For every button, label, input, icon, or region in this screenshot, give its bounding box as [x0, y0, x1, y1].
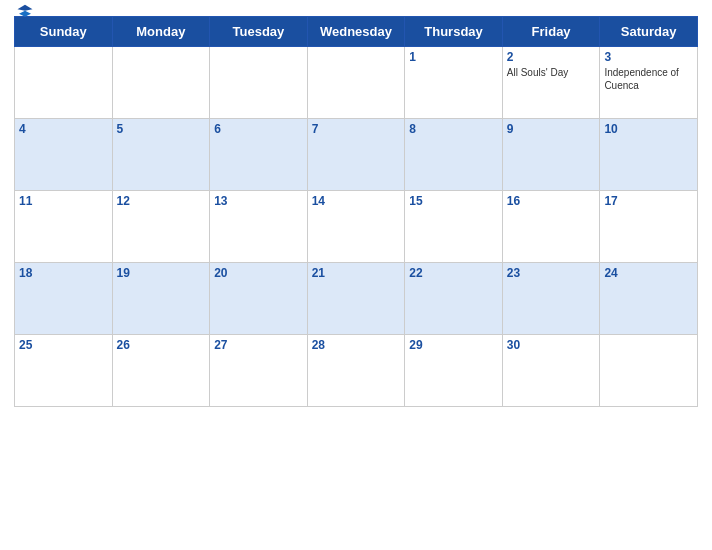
- day-number: 15: [409, 194, 498, 208]
- calendar-cell: 14: [307, 191, 405, 263]
- day-number: 28: [312, 338, 401, 352]
- svg-marker-1: [19, 11, 31, 17]
- calendar-cell: 27: [210, 335, 308, 407]
- calendar-cell: 28: [307, 335, 405, 407]
- day-number: 7: [312, 122, 401, 136]
- weekday-header-saturday: Saturday: [600, 17, 698, 47]
- calendar-cell: 15: [405, 191, 503, 263]
- calendar-cell: 13: [210, 191, 308, 263]
- calendar-cell: 7: [307, 119, 405, 191]
- calendar-cell: 17: [600, 191, 698, 263]
- day-number: 4: [19, 122, 108, 136]
- calendar-cell: [307, 47, 405, 119]
- calendar-cell: 20: [210, 263, 308, 335]
- weekday-header-thursday: Thursday: [405, 17, 503, 47]
- day-number: 13: [214, 194, 303, 208]
- week-row-2: 45678910: [15, 119, 698, 191]
- calendar-cell: [210, 47, 308, 119]
- logo-bird-icon: [16, 3, 34, 17]
- week-row-5: 252627282930: [15, 335, 698, 407]
- calendar-cell: 4: [15, 119, 113, 191]
- day-number: 1: [409, 50, 498, 64]
- calendar-cell: 16: [502, 191, 600, 263]
- day-number: 5: [117, 122, 206, 136]
- week-row-1: 12All Souls' Day3Independence of Cuenca: [15, 47, 698, 119]
- calendar-cell: 11: [15, 191, 113, 263]
- day-number: 25: [19, 338, 108, 352]
- calendar-container: SundayMondayTuesdayWednesdayThursdayFrid…: [0, 0, 712, 550]
- calendar-table: SundayMondayTuesdayWednesdayThursdayFrid…: [14, 16, 698, 407]
- calendar-cell: 18: [15, 263, 113, 335]
- day-number: 21: [312, 266, 401, 280]
- day-number: 6: [214, 122, 303, 136]
- week-row-3: 11121314151617: [15, 191, 698, 263]
- calendar-cell: 25: [15, 335, 113, 407]
- day-number: 12: [117, 194, 206, 208]
- calendar-cell: 30: [502, 335, 600, 407]
- calendar-cell: [600, 335, 698, 407]
- day-number: 27: [214, 338, 303, 352]
- calendar-cell: 9: [502, 119, 600, 191]
- weekday-header-tuesday: Tuesday: [210, 17, 308, 47]
- day-number: 30: [507, 338, 596, 352]
- calendar-cell: [15, 47, 113, 119]
- svg-marker-0: [18, 5, 33, 11]
- day-number: 22: [409, 266, 498, 280]
- calendar-cell: 23: [502, 263, 600, 335]
- calendar-cell: 19: [112, 263, 210, 335]
- calendar-cell: 22: [405, 263, 503, 335]
- calendar-cell: [112, 47, 210, 119]
- day-number: 17: [604, 194, 693, 208]
- day-number: 14: [312, 194, 401, 208]
- day-number: 24: [604, 266, 693, 280]
- weekday-header-monday: Monday: [112, 17, 210, 47]
- day-number: 23: [507, 266, 596, 280]
- holiday-name: All Souls' Day: [507, 66, 596, 79]
- day-number: 18: [19, 266, 108, 280]
- day-number: 19: [117, 266, 206, 280]
- holiday-name: Independence of Cuenca: [604, 66, 693, 92]
- weekday-header-friday: Friday: [502, 17, 600, 47]
- weekday-header-row: SundayMondayTuesdayWednesdayThursdayFrid…: [15, 17, 698, 47]
- day-number: 2: [507, 50, 596, 64]
- day-number: 16: [507, 194, 596, 208]
- day-number: 9: [507, 122, 596, 136]
- day-number: 29: [409, 338, 498, 352]
- logo-area: [14, 3, 34, 17]
- day-number: 20: [214, 266, 303, 280]
- day-number: 3: [604, 50, 693, 64]
- calendar-cell: 2All Souls' Day: [502, 47, 600, 119]
- calendar-cell: 5: [112, 119, 210, 191]
- calendar-cell: 21: [307, 263, 405, 335]
- calendar-cell: 26: [112, 335, 210, 407]
- calendar-cell: 3Independence of Cuenca: [600, 47, 698, 119]
- day-number: 11: [19, 194, 108, 208]
- day-number: 26: [117, 338, 206, 352]
- calendar-cell: 24: [600, 263, 698, 335]
- calendar-cell: 1: [405, 47, 503, 119]
- week-row-4: 18192021222324: [15, 263, 698, 335]
- weekday-header-sunday: Sunday: [15, 17, 113, 47]
- day-number: 10: [604, 122, 693, 136]
- weekday-header-wednesday: Wednesday: [307, 17, 405, 47]
- calendar-cell: 8: [405, 119, 503, 191]
- calendar-cell: 12: [112, 191, 210, 263]
- calendar-cell: 29: [405, 335, 503, 407]
- day-number: 8: [409, 122, 498, 136]
- calendar-cell: 10: [600, 119, 698, 191]
- calendar-cell: 6: [210, 119, 308, 191]
